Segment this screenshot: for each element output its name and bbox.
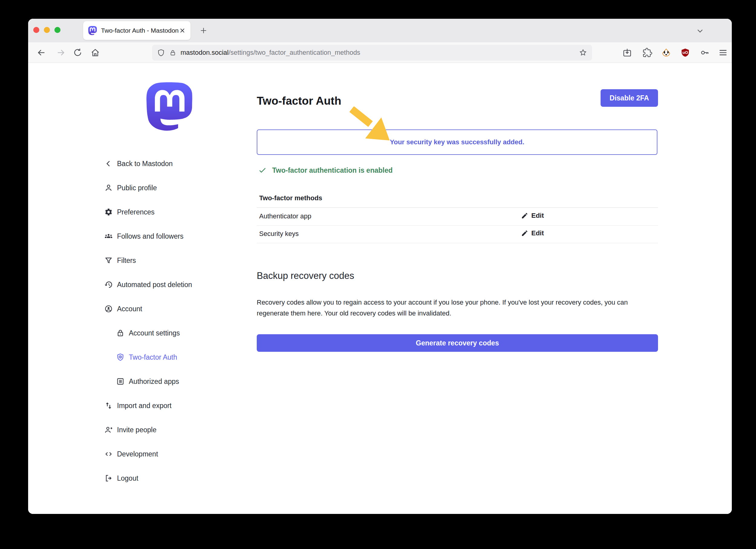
- edit-label: Edit: [531, 229, 544, 237]
- sidebar-item-automated-post-deletion[interactable]: Automated post deletion: [104, 273, 192, 297]
- sidebar-item-label: Follows and followers: [117, 232, 184, 240]
- sidebar-item-label: Two-factor Auth: [129, 353, 177, 361]
- sidebar-item-follows-and-followers[interactable]: Follows and followers: [104, 224, 192, 248]
- edit-authenticator-link[interactable]: Edit: [521, 212, 544, 220]
- sidebar-item-public-profile[interactable]: Public profile: [104, 176, 192, 200]
- password-key-icon[interactable]: [700, 48, 710, 57]
- funnel-icon: [104, 256, 113, 265]
- sidebar-item-invite-people[interactable]: Invite people: [104, 418, 192, 442]
- pencil-icon: [521, 230, 528, 237]
- home-icon[interactable]: [90, 48, 100, 57]
- sidebar-item-label: Import and export: [117, 402, 171, 410]
- sidebar-item-label: Invite people: [117, 426, 156, 434]
- settings-sidebar: Back to Mastodon Public profile Preferen…: [104, 152, 192, 490]
- extensions-puzzle-icon[interactable]: [643, 48, 652, 57]
- lock-icon: [116, 329, 125, 337]
- checkmark-icon: [258, 166, 267, 175]
- code-icon: [104, 450, 113, 458]
- sidebar-item-import-and-export[interactable]: Import and export: [104, 394, 192, 418]
- methods-table-header: Two-factor methods: [259, 194, 322, 202]
- ublock-origin-icon[interactable]: uO: [680, 48, 690, 57]
- privacy-badger-icon[interactable]: [661, 48, 671, 57]
- page-title: Two-factor Auth: [257, 95, 341, 107]
- url-bar[interactable]: mastodon.social/settings/two_factor_auth…: [152, 45, 592, 60]
- backup-recovery-codes-title: Backup recovery codes: [257, 270, 354, 281]
- history-clock-icon: [104, 280, 113, 289]
- logout-icon: [104, 474, 113, 482]
- sidebar-item-development[interactable]: Development: [104, 442, 192, 466]
- tab-close-icon[interactable]: [178, 27, 186, 34]
- sidebar-item-filters[interactable]: Filters: [104, 248, 192, 273]
- sidebar-item-authorized-apps[interactable]: Authorized apps: [104, 369, 192, 394]
- group-icon: [104, 232, 113, 240]
- divider: [257, 243, 658, 243]
- sidebar-item-label: Logout: [117, 474, 138, 482]
- url-text[interactable]: mastodon.social/settings/two_factor_auth…: [181, 49, 579, 57]
- divider: [257, 225, 658, 226]
- mastodon-favicon: [88, 26, 97, 35]
- account-circle-icon: [104, 305, 113, 313]
- browser-tab[interactable]: Two-factor Auth - Mastodon: [83, 21, 191, 40]
- tab-bar: Two-factor Auth - Mastodon: [28, 19, 732, 42]
- sidebar-item-label: Back to Mastodon: [117, 160, 173, 168]
- import-export-icon: [104, 401, 113, 410]
- sidebar-item-label: Account settings: [129, 329, 180, 337]
- url-host: mastodon.social: [181, 49, 229, 56]
- new-tab-button[interactable]: [199, 26, 208, 35]
- minimize-window-button[interactable]: [44, 27, 50, 33]
- method-name: Security keys: [259, 230, 299, 238]
- connection-lock-icon[interactable]: [169, 49, 176, 56]
- sidebar-item-back-to-mastodon[interactable]: Back to Mastodon: [104, 152, 192, 176]
- url-path: /settings/two_factor_authentication_meth…: [229, 49, 360, 56]
- menu-hamburger-icon[interactable]: [718, 48, 728, 57]
- save-page-icon[interactable]: [622, 48, 632, 57]
- sidebar-item-account[interactable]: Account: [104, 297, 192, 321]
- page-content: Back to Mastodon Public profile Preferen…: [28, 63, 732, 514]
- svg-text:uO: uO: [683, 50, 688, 55]
- sidebar-item-label: Automated post deletion: [117, 281, 192, 289]
- method-name: Authenticator app: [259, 212, 311, 220]
- person-add-icon: [104, 426, 113, 434]
- browser-window: Two-factor Auth - Mastodon mastodon.soci…: [28, 19, 732, 514]
- bookmark-star-icon[interactable]: [579, 48, 587, 57]
- sidebar-item-label: Public profile: [117, 184, 157, 192]
- sidebar-item-label: Authorized apps: [129, 377, 179, 386]
- pencil-icon: [521, 212, 528, 219]
- flash-message-box: Your security key was successfully added…: [257, 129, 657, 155]
- sidebar-item-label: Filters: [117, 257, 136, 265]
- edit-security-keys-link[interactable]: Edit: [521, 229, 544, 237]
- fullscreen-window-button[interactable]: [54, 27, 60, 33]
- mastodon-logo: [145, 82, 194, 131]
- sidebar-item-label: Development: [117, 450, 158, 458]
- chevron-left-icon: [104, 159, 113, 168]
- generate-recovery-codes-button[interactable]: Generate recovery codes: [257, 334, 658, 352]
- person-icon: [104, 184, 113, 192]
- tab-list-chevron-icon[interactable]: [696, 27, 704, 35]
- status-text: Two-factor authentication is enabled: [272, 166, 393, 175]
- sidebar-item-account-settings[interactable]: Account settings: [104, 321, 192, 345]
- tab-title: Two-factor Auth - Mastodon: [101, 27, 178, 34]
- list-icon: [116, 377, 125, 386]
- flash-message-text: Your security key was successfully added…: [390, 138, 524, 146]
- close-window-button[interactable]: [33, 27, 39, 33]
- reload-icon[interactable]: [73, 48, 83, 57]
- forward-icon[interactable]: [56, 48, 66, 57]
- shield-2fa-icon: [116, 353, 125, 361]
- sidebar-item-preferences[interactable]: Preferences: [104, 200, 192, 224]
- tracking-protection-shield-icon[interactable]: [157, 49, 165, 57]
- recovery-description: Recovery codes allow you to regain acces…: [257, 297, 659, 319]
- sidebar-item-label: Preferences: [117, 208, 155, 216]
- back-icon[interactable]: [37, 48, 46, 57]
- sidebar-item-label: Account: [117, 305, 142, 313]
- sidebar-item-logout[interactable]: Logout: [104, 466, 192, 490]
- sidebar-item-two-factor-auth[interactable]: Two-factor Auth: [104, 345, 192, 369]
- 2fa-enabled-status: Two-factor authentication is enabled: [258, 166, 393, 175]
- edit-label: Edit: [531, 212, 544, 220]
- gear-icon: [104, 208, 113, 216]
- disable-2fa-button[interactable]: Disable 2FA: [601, 89, 658, 107]
